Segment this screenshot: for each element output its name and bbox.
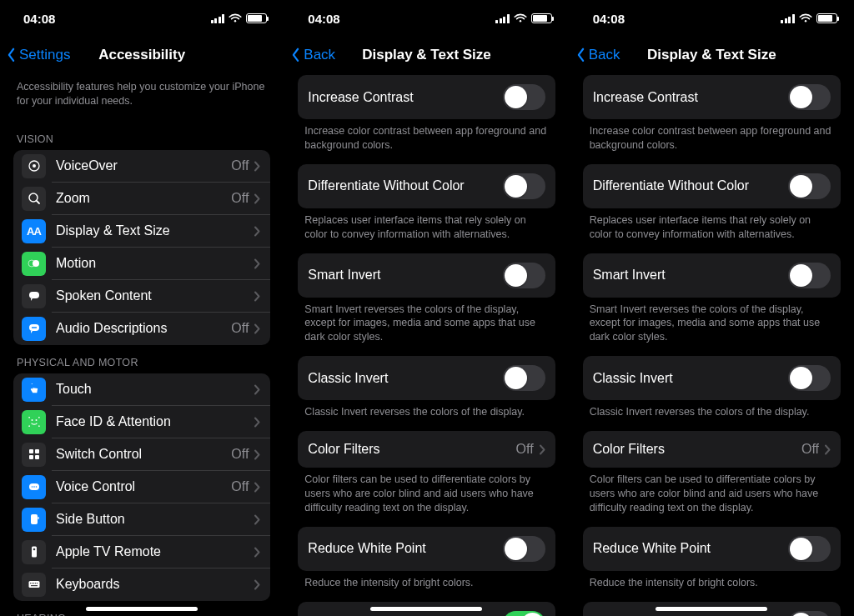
svg-point-20 xyxy=(35,486,37,488)
row-reduce-white-point: Reduce White Point xyxy=(298,527,555,571)
toggle-classic-invert[interactable] xyxy=(503,365,545,391)
svg-point-18 xyxy=(31,486,33,488)
row-detail: Off xyxy=(516,442,534,457)
chevron-right-icon xyxy=(254,291,260,302)
battery-icon xyxy=(531,13,552,23)
home-indicator[interactable] xyxy=(656,607,767,611)
nav-title: Display & Text Size xyxy=(362,47,491,63)
row-apple-tv-remote[interactable]: Apple TV Remote xyxy=(13,536,270,568)
side-button-icon xyxy=(22,508,46,532)
home-indicator[interactable] xyxy=(370,607,482,611)
display-scroll[interactable]: Increase Contrast Increase color contras… xyxy=(570,73,854,616)
group-diff-without-color: Differentiate Without Color xyxy=(583,164,841,208)
note-diff-without-color: Replaces user interface items that rely … xyxy=(298,208,555,253)
chevron-right-icon xyxy=(254,579,260,590)
svg-rect-29 xyxy=(35,583,36,583)
face-id-attention-icon xyxy=(22,410,46,434)
svg-point-11 xyxy=(31,419,33,421)
voiceover-icon xyxy=(22,154,46,178)
row-increase-contrast: Increase Contrast xyxy=(583,75,841,119)
row-label: Keyboards xyxy=(56,577,254,592)
row-touch[interactable]: Touch xyxy=(13,373,270,406)
group-color-filters: Color Filters Off xyxy=(583,431,841,468)
row-audio-descriptions[interactable]: Audio Descriptions Off xyxy=(13,313,270,345)
chevron-right-icon xyxy=(254,547,260,558)
row-face-id-attention[interactable]: Face ID & Attention xyxy=(13,406,270,438)
row-color-filters[interactable]: Color Filters Off xyxy=(298,431,555,468)
chevron-right-icon xyxy=(254,384,260,395)
toggle-smart-invert[interactable] xyxy=(788,263,831,288)
back-button[interactable]: Back xyxy=(576,37,620,73)
row-label: Smart Invert xyxy=(593,268,666,283)
row-keyboards[interactable]: Keyboards xyxy=(13,568,270,601)
back-button[interactable]: Back xyxy=(291,37,335,73)
chevron-right-icon xyxy=(254,417,260,428)
row-label: Classic Invert xyxy=(593,371,673,386)
row-label: Smart Invert xyxy=(308,268,380,283)
cellular-icon xyxy=(781,14,795,23)
row-label: Audio Descriptions xyxy=(56,321,231,336)
svg-rect-15 xyxy=(29,455,33,459)
toggle-increase-contrast[interactable] xyxy=(503,84,545,110)
note-smart-invert: Smart Invert reverses the colors of the … xyxy=(583,298,841,357)
toggle-reduce-white-point[interactable] xyxy=(788,536,831,562)
display-scroll[interactable]: Increase Contrast Increase color contras… xyxy=(284,73,568,616)
zoom-icon xyxy=(22,187,46,211)
row-side-button[interactable]: Side Button xyxy=(13,503,270,536)
row-label: Differentiate Without Color xyxy=(308,178,464,193)
svg-point-10 xyxy=(35,327,37,328)
accessibility-scroll[interactable]: Accessibility features help you customiz… xyxy=(0,73,284,616)
status-icons xyxy=(781,13,837,23)
nav-back-label: Back xyxy=(304,47,335,63)
svg-rect-13 xyxy=(29,449,33,453)
svg-point-8 xyxy=(32,327,33,328)
svg-point-9 xyxy=(33,327,35,328)
note-classic-invert: Classic Invert reverses the colors of th… xyxy=(583,400,841,431)
chevron-left-icon xyxy=(291,48,300,63)
toggle-auto-brightness[interactable] xyxy=(503,611,545,617)
toggle-classic-invert[interactable] xyxy=(788,365,831,391)
toggle-diff-without-color[interactable] xyxy=(503,173,545,199)
svg-rect-27 xyxy=(32,583,33,583)
cellular-icon xyxy=(211,14,225,23)
row-switch-control[interactable]: Switch Control Off xyxy=(13,438,270,471)
chevron-right-icon xyxy=(254,193,260,204)
row-increase-contrast: Increase Contrast xyxy=(298,75,555,119)
group-increase-contrast: Increase Contrast xyxy=(583,75,841,119)
toggle-reduce-white-point[interactable] xyxy=(503,536,545,562)
row-motion[interactable]: Motion xyxy=(13,248,270,280)
row-label: Zoom xyxy=(56,191,231,206)
toggle-diff-without-color[interactable] xyxy=(788,173,831,199)
row-label: Switch Control xyxy=(56,447,231,462)
display-text-size-icon: AA xyxy=(22,219,46,243)
toggle-auto-brightness[interactable] xyxy=(788,611,831,617)
group-smart-invert: Smart Invert xyxy=(583,253,841,298)
toggle-smart-invert[interactable] xyxy=(503,263,545,288)
row-detail: Off xyxy=(231,321,249,336)
nav-bar: Back Display & Text Size xyxy=(284,37,568,73)
svg-point-24 xyxy=(33,548,35,551)
svg-rect-14 xyxy=(35,449,39,453)
row-detail: Off xyxy=(801,442,819,457)
svg-rect-6 xyxy=(29,292,39,298)
row-label: Display & Text Size xyxy=(56,223,254,238)
note-reduce-white-point: Reduce the intensity of bright colors. xyxy=(583,571,841,602)
row-zoom[interactable]: Zoom Off xyxy=(13,183,270,215)
row-display-text-size[interactable]: AA Display & Text Size xyxy=(13,215,270,248)
cellular-icon xyxy=(495,14,510,23)
chevron-right-icon xyxy=(254,482,260,493)
back-to-settings[interactable]: Settings xyxy=(7,37,70,73)
nav-bar: Settings Accessibility xyxy=(0,37,284,73)
row-voice-control[interactable]: Voice Control Off xyxy=(13,471,270,503)
chevron-right-icon xyxy=(824,444,831,455)
toggle-increase-contrast[interactable] xyxy=(788,84,831,110)
wifi-icon xyxy=(229,13,242,23)
home-indicator[interactable] xyxy=(86,607,198,611)
row-color-filters[interactable]: Color Filters Off xyxy=(583,431,841,468)
row-detail: Off xyxy=(231,479,249,494)
row-spoken-content[interactable]: Spoken Content xyxy=(13,280,270,313)
row-classic-invert: Classic Invert xyxy=(583,356,841,400)
status-icons xyxy=(211,13,268,23)
svg-rect-30 xyxy=(37,583,38,583)
row-voiceover[interactable]: VoiceOver Off xyxy=(13,150,270,183)
